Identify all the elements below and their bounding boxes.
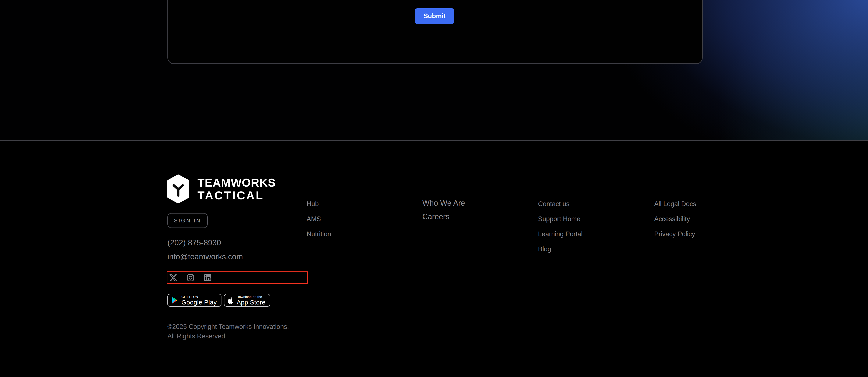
brand-name-line2: TACTICAL xyxy=(197,189,276,202)
footer-link-accessibility[interactable]: Accessibility xyxy=(654,215,696,222)
teamworks-hexagon-icon xyxy=(166,174,190,204)
footer-link-who-we-are[interactable]: Who We Are xyxy=(422,199,465,207)
app-store-tagline: Download on the xyxy=(237,295,266,298)
footer-link-privacy-policy[interactable]: Privacy Policy xyxy=(654,231,696,237)
brand-wordmark: TEAMWORKS TACTICAL xyxy=(197,176,276,202)
sign-in-button[interactable]: SIGN IN xyxy=(167,213,208,228)
footer-nav-products: Hub AMS Nutrition xyxy=(307,201,331,246)
x-icon[interactable] xyxy=(169,274,177,282)
footer-nav-legal: All Legal Docs Accessibility Privacy Pol… xyxy=(654,201,696,246)
social-links-highlight-box xyxy=(167,271,308,284)
copyright-line2: All Rights Reserved. xyxy=(167,331,289,341)
footer-link-blog[interactable]: Blog xyxy=(538,246,583,252)
google-play-icon xyxy=(171,296,179,304)
contact-form-card: Submit xyxy=(167,0,703,64)
email-link[interactable]: info@teamworks.com xyxy=(167,253,243,261)
app-store-badge-text: Download on the App Store xyxy=(237,295,266,306)
linkedin-icon[interactable] xyxy=(204,274,212,282)
app-store-badges: GET IT ON Google Play Download on the Ap… xyxy=(167,294,270,307)
submit-button[interactable]: Submit xyxy=(415,8,454,24)
contact-section: Submit xyxy=(0,0,868,140)
footer-link-learning-portal[interactable]: Learning Portal xyxy=(538,231,583,237)
footer-nav-company: Who We Are Careers xyxy=(422,199,465,226)
footer-link-careers[interactable]: Careers xyxy=(422,213,465,221)
copyright-line1: ©2025 Copyright Teamworks Innovations. xyxy=(167,322,289,331)
footer-link-contact-us[interactable]: Contact us xyxy=(538,201,583,207)
brand-name-line1: TEAMWORKS xyxy=(197,176,276,189)
footer-link-all-legal-docs[interactable]: All Legal Docs xyxy=(654,201,696,207)
app-store-store-name: App Store xyxy=(237,299,266,306)
app-store-badge[interactable]: Download on the App Store xyxy=(224,294,270,307)
google-play-badge-text: GET IT ON Google Play xyxy=(181,295,217,306)
copyright-notice: ©2025 Copyright Teamworks Innovations. A… xyxy=(167,322,289,341)
phone-link[interactable]: (202) 875-8930 xyxy=(167,238,221,247)
footer-link-hub[interactable]: Hub xyxy=(307,201,331,207)
google-play-store-name: Google Play xyxy=(181,299,217,306)
google-play-badge[interactable]: GET IT ON Google Play xyxy=(167,294,221,307)
footer-nav-support: Contact us Support Home Learning Portal … xyxy=(538,201,583,261)
instagram-icon[interactable] xyxy=(186,274,194,282)
footer: TEAMWORKS TACTICAL SIGN IN (202) 875-893… xyxy=(0,140,868,377)
footer-link-support-home[interactable]: Support Home xyxy=(538,215,583,222)
apple-icon xyxy=(227,296,234,304)
brand-logo[interactable]: TEAMWORKS TACTICAL xyxy=(166,174,276,204)
footer-link-nutrition[interactable]: Nutrition xyxy=(307,231,331,237)
google-play-tagline: GET IT ON xyxy=(181,295,217,298)
footer-link-ams[interactable]: AMS xyxy=(307,215,331,222)
